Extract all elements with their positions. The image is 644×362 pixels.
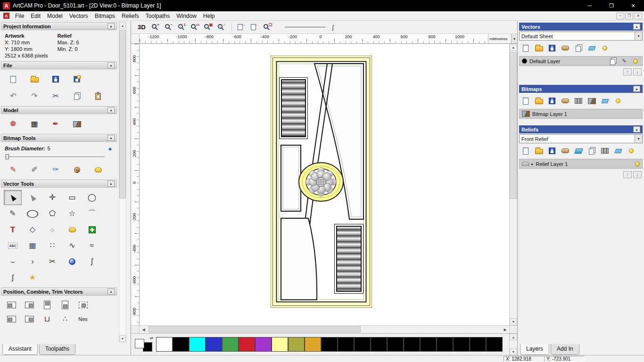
redo-icon[interactable]: ↷ bbox=[26, 89, 43, 103]
create-polyline-icon[interactable]: ✎ bbox=[4, 206, 22, 221]
assistant-scrollbar[interactable]: ▲ ▼ bbox=[119, 22, 126, 343]
collapse-vector-tools-button[interactable]: ▲ bbox=[107, 181, 115, 187]
paint-selective-icon[interactable]: ✐ bbox=[26, 163, 43, 177]
palette-swatch[interactable] bbox=[173, 337, 189, 352]
bitmap-preview-icon[interactable] bbox=[587, 97, 596, 105]
snap-dots-icon[interactable]: ∴ bbox=[58, 313, 72, 325]
slider-thumb[interactable] bbox=[6, 154, 9, 159]
weld-vectors-icon[interactable]: ⊔ bbox=[41, 313, 54, 325]
create-grid-icon[interactable]: ▦ bbox=[24, 238, 41, 253]
new-model-icon[interactable] bbox=[5, 72, 22, 86]
snap-layer-icon[interactable] bbox=[609, 58, 617, 65]
zoom-1to1-icon[interactable]: 1 bbox=[176, 22, 188, 33]
spline-handle-icon[interactable]: ʃ bbox=[332, 24, 334, 31]
menu-help[interactable]: Help bbox=[200, 12, 218, 20]
zoom-objects-icon[interactable]: ○ bbox=[216, 22, 228, 33]
trim-vectors-icon[interactable]: ✂ bbox=[43, 254, 61, 269]
relief-select[interactable]: Front Relief ▼ bbox=[519, 134, 643, 143]
mdi-close-button[interactable]: ✕ bbox=[634, 13, 642, 19]
convert-bitmap-icon[interactable] bbox=[574, 97, 583, 105]
menu-model[interactable]: Model bbox=[44, 12, 66, 20]
palette-swatch[interactable] bbox=[321, 337, 338, 352]
select-vectors-icon[interactable] bbox=[4, 190, 22, 205]
palette-swatch[interactable] bbox=[305, 337, 321, 352]
tab-layers[interactable]: Layers bbox=[520, 344, 549, 355]
menu-edit[interactable]: Edit bbox=[27, 12, 44, 20]
delete-relief-layer-icon[interactable] bbox=[614, 147, 622, 155]
toggle-all-relief-visibility-icon[interactable] bbox=[627, 147, 636, 155]
collapse-project-info-button[interactable]: ▲ bbox=[107, 23, 115, 29]
palette-swatch[interactable] bbox=[371, 337, 387, 352]
palette-swatch[interactable] bbox=[453, 337, 470, 352]
tab-add-in[interactable]: Add In bbox=[551, 344, 579, 355]
units-combo[interactable]: millimetres ▼ bbox=[488, 34, 517, 43]
node-editing-icon[interactable] bbox=[24, 190, 41, 205]
zoom-window-icon[interactable]: ▭ bbox=[190, 22, 201, 33]
collapse-reliefs-button[interactable]: ▲ bbox=[633, 126, 640, 132]
palette-swatch[interactable] bbox=[486, 337, 503, 352]
duplicate-relief-layer-icon[interactable] bbox=[587, 147, 596, 155]
copy-icon[interactable] bbox=[68, 89, 85, 103]
measure-icon[interactable]: ◇ bbox=[24, 222, 41, 237]
toggle-all-bitmap-visibility-icon[interactable] bbox=[614, 97, 622, 105]
move-layer-up-button[interactable]: ↑ bbox=[623, 68, 632, 75]
palette-swatch[interactable] bbox=[387, 337, 404, 352]
wrap-star-icon[interactable]: ★ bbox=[24, 270, 41, 285]
open-model-icon[interactable] bbox=[26, 72, 43, 86]
palette-swatch[interactable] bbox=[239, 337, 255, 352]
palette-swatch[interactable] bbox=[288, 337, 305, 352]
mdi-restore-button[interactable]: ❐ bbox=[625, 13, 633, 19]
expand-layer-icon[interactable]: ▸ bbox=[531, 162, 534, 166]
extend-vectors-icon[interactable]: › bbox=[24, 254, 41, 269]
vector-doctor-icon[interactable]: ∫ bbox=[4, 270, 22, 285]
collapse-bitmaps-button[interactable]: ▲ bbox=[633, 86, 640, 92]
group-vectors-icon[interactable] bbox=[5, 313, 18, 325]
units-dropdown-arrow[interactable]: ▼ bbox=[511, 34, 517, 43]
save-as-icon[interactable] bbox=[68, 72, 85, 86]
cut-icon[interactable]: ✂ bbox=[47, 89, 64, 103]
open-vector-layer-icon[interactable] bbox=[535, 44, 543, 52]
palette-swatch[interactable] bbox=[272, 337, 288, 352]
palette-swatch[interactable] bbox=[470, 337, 486, 352]
doodle-icon[interactable] bbox=[63, 222, 81, 237]
join-close-vectors-icon[interactable]: ⌣ bbox=[4, 254, 22, 269]
merge-bitmap-layers-icon[interactable] bbox=[561, 97, 570, 105]
paste-icon[interactable] bbox=[90, 89, 107, 103]
new-vector-layer-icon[interactable] bbox=[521, 44, 530, 52]
palette-swatch[interactable] bbox=[437, 337, 453, 352]
palette-swatch[interactable] bbox=[255, 337, 272, 352]
create-rectangle-icon[interactable]: ▭ bbox=[63, 190, 81, 205]
palette-swatch[interactable] bbox=[156, 337, 173, 352]
edit-layer-colour-icon[interactable]: ✎ bbox=[620, 58, 628, 65]
create-circle-icon[interactable]: ◯ bbox=[83, 190, 101, 205]
collapse-model-button[interactable]: ▲ bbox=[107, 107, 115, 113]
tab-toolpaths[interactable]: Toolpaths bbox=[39, 344, 75, 355]
bitmap-layer-row[interactable]: Bitmap Layer 1 bbox=[519, 109, 643, 119]
new-relief-layer-icon[interactable] bbox=[521, 147, 530, 155]
block-paste-icon[interactable]: ∷ bbox=[43, 238, 61, 253]
delete-vector-layer-icon[interactable] bbox=[587, 44, 596, 52]
palette-swatch[interactable] bbox=[420, 337, 437, 352]
scroll-down-arrow[interactable]: ▼ bbox=[119, 335, 126, 342]
zoom-page-icon[interactable]: ❏ bbox=[262, 22, 274, 33]
close-button[interactable]: ✕ bbox=[622, 0, 644, 11]
scrollbar-thumb[interactable] bbox=[119, 30, 126, 198]
cookie-cutter-icon[interactable] bbox=[68, 163, 85, 177]
create-ellipse-icon[interactable]: ◯ bbox=[24, 206, 41, 221]
relief-layer-row[interactable]: ▸ Relief Layer 1 bbox=[519, 159, 643, 169]
tab-assistant[interactable]: Assistant bbox=[2, 344, 38, 355]
scrollbar-thumb[interactable] bbox=[149, 326, 361, 333]
new-sheet-icon[interactable] bbox=[574, 44, 583, 52]
toggle-all-vector-visibility-icon[interactable] bbox=[601, 44, 609, 52]
horizontal-scrollbar[interactable]: ◀ ▶ bbox=[131, 325, 517, 333]
move-layer-down-button[interactable]: ↓ bbox=[633, 171, 642, 178]
merge-vector-layers-icon[interactable] bbox=[561, 44, 570, 52]
shape-editor-icon[interactable]: ❁ bbox=[5, 117, 22, 131]
zoom-in-icon[interactable]: + bbox=[150, 22, 162, 33]
undo-icon[interactable]: ↶ bbox=[5, 89, 22, 103]
snap-guides-toggle-icon[interactable]: ← bbox=[249, 22, 261, 33]
create-arc-icon[interactable]: ⌒ bbox=[83, 206, 101, 221]
collapse-position-tools-button[interactable]: ▲ bbox=[107, 288, 115, 295]
sheet-select[interactable]: Default Sheet ▼ bbox=[519, 32, 643, 41]
brush-diameter-slider[interactable] bbox=[5, 153, 111, 160]
